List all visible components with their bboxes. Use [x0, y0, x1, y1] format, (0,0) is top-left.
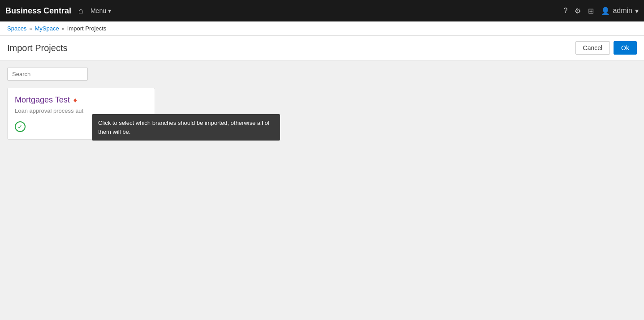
- cancel-button[interactable]: Cancel: [575, 41, 610, 55]
- navbar-left: Business Central ⌂ Menu ▾: [5, 6, 111, 16]
- page-title: Import Projects: [7, 43, 67, 53]
- project-card-desc: Loan approval process aut: [15, 107, 147, 114]
- admin-label: admin: [613, 7, 632, 15]
- project-card-title: Mortgages Test ♦: [15, 95, 147, 105]
- settings-icon[interactable]: ⚙: [575, 7, 581, 15]
- breadcrumb-current: Import Projects: [67, 25, 106, 32]
- menu-button[interactable]: Menu ▾: [91, 7, 111, 14]
- breadcrumb-separator-2: »: [62, 26, 65, 31]
- breadcrumb: Spaces » MySpace » Import Projects: [0, 21, 644, 36]
- project-name: Mortgages Test: [15, 95, 70, 105]
- project-card[interactable]: Mortgages Test ♦ Loan approval process a…: [7, 88, 155, 140]
- projects-grid: Mortgages Test ♦ Loan approval process a…: [7, 88, 637, 140]
- navbar-right: ? ⚙ ⊞ 👤 admin ▾: [564, 7, 639, 15]
- project-card-status: ✓: [15, 121, 147, 132]
- ok-button[interactable]: Ok: [614, 41, 637, 55]
- admin-chevron-icon: ▾: [635, 7, 639, 15]
- breadcrumb-spaces[interactable]: Spaces: [7, 25, 26, 32]
- home-icon[interactable]: ⌂: [78, 6, 83, 16]
- admin-menu[interactable]: 👤 admin ▾: [601, 7, 639, 15]
- main-content: Mortgages Test ♦ Loan approval process a…: [0, 60, 644, 319]
- help-icon[interactable]: ?: [564, 7, 568, 15]
- breadcrumb-separator-1: »: [29, 26, 32, 31]
- breadcrumb-myspace[interactable]: MySpace: [35, 25, 59, 32]
- menu-label: Menu: [91, 7, 106, 14]
- menu-chevron-icon: ▾: [108, 7, 111, 14]
- page-actions: Cancel Ok: [575, 41, 637, 55]
- selected-check-icon: ✓: [15, 121, 26, 132]
- git-icon: ♦: [73, 96, 77, 104]
- navbar: Business Central ⌂ Menu ▾ ? ⚙ ⊞ 👤 admin …: [0, 0, 644, 21]
- extensions-icon[interactable]: ⊞: [588, 7, 594, 15]
- app-brand: Business Central: [5, 6, 71, 16]
- page-header: Import Projects Cancel Ok: [0, 36, 644, 60]
- search-input[interactable]: [7, 68, 88, 81]
- user-icon: 👤: [601, 7, 610, 15]
